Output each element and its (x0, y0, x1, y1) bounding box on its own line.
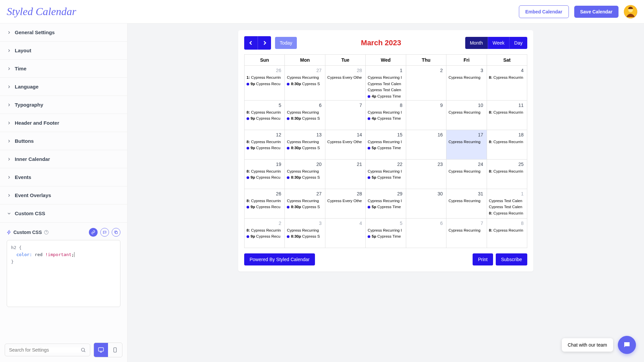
day-cell[interactable]: 48: Cypress Recurrin (487, 66, 527, 101)
day-cell[interactable]: 22Cypress Recurring I5p Cypress Time (366, 160, 406, 189)
subscribe-button[interactable]: Subscribe (496, 253, 527, 265)
calendar-event[interactable]: 4p Cypress Time (367, 93, 404, 100)
day-cell[interactable]: 198: Cypress Recurrin9p Cypress Recu (245, 160, 285, 189)
calendar-event[interactable]: Cypress Recurring (286, 198, 323, 204)
calendar-event[interactable]: 8: Cypress Recurrin (488, 227, 526, 234)
day-cell[interactable]: 268: Cypress Recurrin9p Cypress Recu (245, 189, 285, 219)
custom-css-editor[interactable]: h2 { color: red !important; } (7, 240, 120, 307)
day-cell[interactable]: 1Cypress Recurring ICypress Test CalenCy… (366, 66, 406, 101)
chat-prompt-text[interactable]: Chat with our team (562, 338, 613, 352)
calendar-event[interactable]: 8: Cypress Recurrin (488, 168, 526, 175)
calendar-event[interactable]: Cypress Recurring I (367, 198, 404, 204)
calendar-event[interactable]: Cypress Test Calen (367, 81, 404, 87)
sidebar-item-inner-calendar[interactable]: Inner Calendar (0, 150, 127, 168)
day-cell[interactable]: 5Cypress Recurring I5p Cypress Time (366, 219, 406, 248)
settings-search[interactable] (5, 344, 90, 356)
calendar-event[interactable]: Cypress Every Othe (327, 139, 364, 145)
sidebar-item-typography[interactable]: Typography (0, 96, 127, 114)
day-cell[interactable]: 29Cypress Recurring I5p Cypress Time (366, 189, 406, 219)
calendar-event[interactable]: 4p Cypress Time (367, 115, 404, 122)
calendar-event[interactable]: 8:30p Cypress S (286, 233, 323, 240)
calendar-event[interactable]: 5p Cypress Time (367, 145, 404, 151)
calendar-event[interactable]: 8:30p Cypress S (286, 174, 323, 181)
calendar-event[interactable]: Cypress Every Othe (327, 198, 364, 204)
sidebar-item-buttons[interactable]: Buttons (0, 132, 127, 150)
calendar-event[interactable]: Cypress Test Calen (367, 87, 404, 93)
calendar-event[interactable]: Cypress Recurring (448, 74, 485, 81)
embed-calendar-button[interactable]: Embed Calendar (519, 5, 569, 18)
view-month-button[interactable]: Month (465, 37, 488, 49)
calendar-event[interactable]: 5p Cypress Time (367, 233, 404, 240)
powered-by-button[interactable]: Powered By Styled Calendar (244, 253, 315, 265)
calendar-event[interactable]: Cypress Recurring I (367, 168, 404, 175)
day-cell[interactable]: 24Cypress Recurring (446, 160, 487, 189)
day-cell[interactable]: 6Cypress Recurring8:30p Cypress S (285, 101, 325, 130)
calendar-event[interactable]: Cypress Recurring (286, 168, 323, 175)
calendar-event[interactable]: 8:30p Cypress S (286, 145, 323, 151)
calendar-event[interactable]: Cypress Every Othe (327, 74, 364, 81)
calendar-event[interactable]: Cypress Test Calen (488, 204, 526, 210)
day-cell[interactable]: 188: Cypress Recurrin (487, 130, 527, 160)
day-cell[interactable]: 4 (325, 219, 366, 248)
day-cell[interactable]: 14Cypress Every Othe (325, 130, 366, 160)
calendar-event[interactable]: Cypress Recurring (448, 198, 485, 204)
calendar-event[interactable]: 9p Cypress Recu (246, 204, 283, 210)
day-cell[interactable]: 21 (325, 160, 366, 189)
view-week-button[interactable]: Week (488, 37, 509, 49)
calendar-event[interactable]: 8: Cypress Recurrin (488, 210, 526, 217)
save-calendar-button[interactable]: Save Calendar (574, 6, 619, 18)
day-cell[interactable]: 13Cypress Recurring8:30p Cypress S (285, 130, 325, 160)
sidebar-item-general-settings[interactable]: General Settings (0, 23, 127, 42)
day-cell[interactable]: 88: Cypress Recurrin (487, 219, 527, 248)
view-day-button[interactable]: Day (509, 37, 527, 49)
mobile-preview-button[interactable] (108, 343, 122, 357)
calendar-event[interactable]: 8: Cypress Recurrin (246, 198, 283, 204)
day-cell[interactable]: 31Cypress Recurring (446, 189, 487, 219)
calendar-event[interactable]: Cypress Recurring (286, 139, 323, 145)
day-cell[interactable]: 23 (406, 160, 446, 189)
next-button[interactable] (258, 36, 271, 50)
calendar-event[interactable]: 1: Cypress Recurrin (246, 74, 283, 81)
calendar-event[interactable]: 8: Cypress Recurrin (246, 168, 283, 175)
calendar-event[interactable]: 9p Cypress Recu (246, 81, 283, 87)
day-cell[interactable]: 30 (406, 189, 446, 219)
calendar-event[interactable]: 8: Cypress Recurrin (246, 139, 283, 145)
calendar-event[interactable]: 8: Cypress Recurrin (488, 139, 526, 145)
calendar-event[interactable]: Cypress Recurring (286, 109, 323, 116)
day-cell[interactable]: 8Cypress Recurring I4p Cypress Time (366, 101, 406, 130)
calendar-event[interactable]: 8: Cypress Recurrin (246, 227, 283, 234)
day-cell[interactable]: 7Cypress Recurring (446, 219, 487, 248)
day-cell[interactable]: 28: Cypress Recurrin9p Cypress Recu (245, 219, 285, 248)
calendar-event[interactable]: 5p Cypress Time (367, 204, 404, 210)
calendar-event[interactable]: Cypress Recurring (448, 139, 485, 145)
calendar-event[interactable]: Cypress Recurring I (367, 227, 404, 234)
day-cell[interactable]: 27Cypress Recurring8:30p Cypress S (285, 189, 325, 219)
day-cell[interactable]: 27Cypress Recurring8:30p Cypress S (285, 66, 325, 101)
calendar-event[interactable]: Cypress Recurring I (367, 74, 404, 81)
calendar-event[interactable]: 9p Cypress Recu (246, 233, 283, 240)
prev-button[interactable] (244, 36, 258, 50)
calendar-event[interactable]: Cypress Recurring (448, 168, 485, 175)
sidebar-item-custom-css[interactable]: Custom CSS (0, 204, 127, 223)
sidebar-item-layout[interactable]: Layout (0, 42, 127, 60)
calendar-event[interactable]: 8:30p Cypress S (286, 81, 323, 87)
sidebar-item-time[interactable]: Time (0, 60, 127, 78)
calendar-event[interactable]: 8:30p Cypress S (286, 204, 323, 210)
calendar-event[interactable]: Cypress Recurring I (367, 109, 404, 116)
day-cell[interactable]: 128: Cypress Recurrin9p Cypress Recu (245, 130, 285, 160)
day-cell[interactable]: 28Cypress Every Othe (325, 189, 366, 219)
calendar-event[interactable]: Cypress Recurring (286, 74, 323, 81)
day-cell[interactable]: 1Cypress Test CalenCypress Test Calen8: … (487, 189, 527, 219)
day-cell[interactable]: 16 (406, 130, 446, 160)
day-cell[interactable]: 258: Cypress Recurrin (487, 160, 527, 189)
day-cell[interactable]: 28Cypress Every Othe (325, 66, 366, 101)
calendar-event[interactable]: Cypress Test Calen (488, 198, 526, 204)
settings-search-input[interactable] (9, 347, 80, 353)
calendar-event[interactable]: Cypress Recurring (286, 227, 323, 234)
calendar-event[interactable]: Cypress Recurring (448, 227, 485, 234)
calendar-event[interactable]: 8: Cypress Recurrin (246, 109, 283, 116)
copy-icon[interactable] (112, 228, 120, 237)
sidebar-item-header-and-footer[interactable]: Header and Footer (0, 114, 127, 132)
day-cell[interactable]: 7 (325, 101, 366, 130)
link-icon[interactable] (89, 228, 98, 237)
